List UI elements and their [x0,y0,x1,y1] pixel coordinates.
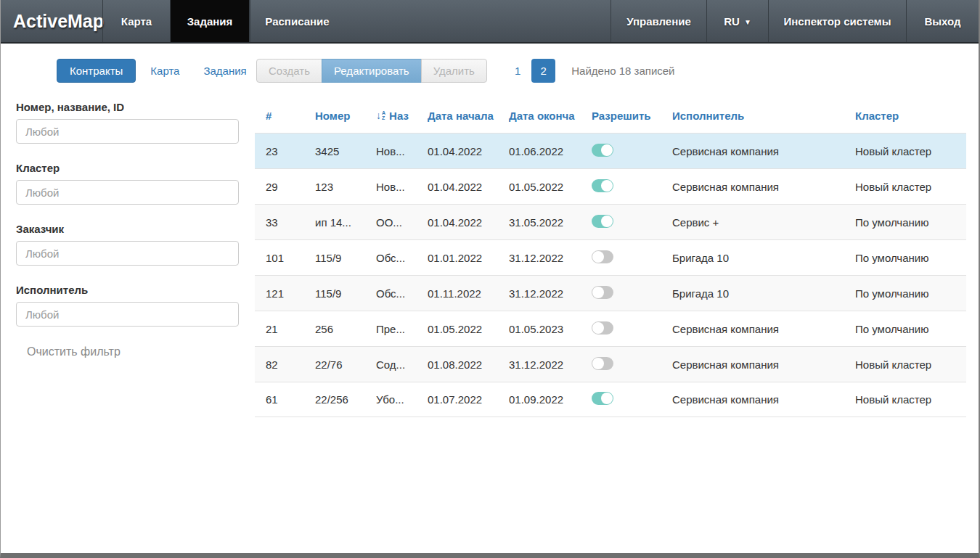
cell-name: ОО... [365,216,417,229]
filter-input-executor[interactable] [16,302,239,327]
nav-item-language[interactable]: RU ▼ [706,0,768,42]
sidebar-tab-kontrakty[interactable]: Контракты [57,59,136,83]
cell-name: Обс... [365,287,417,300]
main-area: Создать Редактировать Удалить 1 2 Найден… [255,44,979,551]
cell-enabled [581,250,661,266]
header-number[interactable]: Номер [304,110,365,122]
table-row[interactable]: 21 256 Пре... 01.05.2022 01.05.2023 Серв… [255,311,966,346]
toggle-knob [601,180,613,192]
filter-input-cluster[interactable] [16,180,239,205]
cell-name: Обс... [365,252,417,264]
create-button[interactable]: Создать [256,59,322,83]
sidebar-tabs: Контракты Карта Задания [57,59,255,83]
enabled-toggle[interactable] [592,286,613,299]
toggle-knob [592,287,604,298]
cell-date-end: 01.05.2023 [498,323,581,335]
toggle-knob [592,358,604,369]
table-row[interactable]: 33 ип 14... ОО... 01.04.2022 31.05.2022 … [255,204,966,239]
filter-label-cluster: Кластер [16,162,239,174]
cell-enabled [581,179,661,194]
filter-label-executor: Исполнитель [16,284,239,296]
cell-date-start: 01.04.2022 [417,216,498,229]
page-content: Контракты Карта Задания Номер, название,… [1,44,979,551]
actions-toolbar: Создать Редактировать Удалить 1 2 Найден… [256,59,979,83]
clear-filter-link[interactable]: Очистить фильтр [27,345,255,358]
cell-number: 22/256 [304,393,365,406]
cell-cluster: Новый кластер [844,145,966,157]
filter-group-customer: Заказчик [16,223,239,266]
sidebar-tab-karta[interactable]: Карта [150,65,179,77]
cell-executor: Сервисная компания [661,358,844,371]
table-row[interactable]: 23 3425 Нов... 01.04.2022 01.06.2022 Сер… [255,133,966,168]
cell-cluster: Новый кластер [844,358,966,371]
nav-tab-zadaniya[interactable]: Задания [170,0,250,42]
table-row[interactable]: 61 22/256 Убо... 01.07.2022 01.09.2022 С… [255,382,966,417]
cell-number: 256 [304,323,365,335]
edit-button[interactable]: Редактировать [322,59,422,83]
nav-item-vyhod[interactable]: Выход [906,0,979,42]
app-logo: ActiveMap [1,0,102,42]
enabled-toggle[interactable] [592,321,613,335]
cell-name: Убо... [365,393,417,406]
enabled-toggle[interactable] [592,144,613,157]
enabled-toggle[interactable] [592,250,613,263]
chevron-down-icon: ▼ [744,18,751,26]
pagination-page-2[interactable]: 2 [531,59,555,83]
cell-number: ип 14... [304,216,365,229]
header-enabled[interactable]: Разрешить [581,110,661,122]
toggle-knob [601,393,613,404]
cell-name: Сод... [365,358,417,371]
header-name[interactable]: ↓AZ Наз [365,110,417,122]
nav-item-inspektor[interactable]: Инспектор системы [768,0,906,42]
nav-item-upravlenie[interactable]: Управление [611,0,706,42]
cell-date-end: 31.12.2022 [498,358,581,371]
table-body: 23 3425 Нов... 01.04.2022 01.06.2022 Сер… [255,133,966,417]
cell-date-start: 01.04.2022 [417,145,498,157]
enabled-toggle[interactable] [592,357,613,370]
cell-id: 29 [255,181,304,193]
cell-id: 23 [255,145,304,157]
sidebar-tab-zadaniya[interactable]: Задания [203,65,246,77]
filter-input-customer[interactable] [16,241,239,266]
enabled-toggle[interactable] [592,215,613,228]
cell-executor: Бригада 10 [661,252,844,264]
cell-enabled [581,321,661,337]
table-row[interactable]: 82 22/76 Сод... 01.08.2022 31.12.2022 Се… [255,346,966,382]
cell-cluster: По умолчанию [844,323,966,335]
results-count: Найдено 18 записей [571,65,674,77]
filter-label-customer: Заказчик [16,223,239,235]
nav-tab-raspisanie[interactable]: Расписание [250,0,344,42]
cell-date-start: 01.11.2022 [417,287,498,300]
cell-number: 123 [304,181,365,193]
cell-executor: Сервисная компания [661,393,844,406]
cell-date-start: 01.01.2022 [417,252,498,264]
header-date-start[interactable]: Дата начала [417,110,498,122]
cell-enabled [581,357,661,372]
cell-number: 3425 [304,145,365,157]
table-row[interactable]: 29 123 Нов... 01.04.2022 01.05.2022 Серв… [255,168,966,204]
header-date-end[interactable]: Дата оконча [498,110,581,122]
toggle-knob [601,144,613,156]
pagination-page-1[interactable]: 1 [515,65,520,77]
header-cluster[interactable]: Кластер [844,110,966,122]
header-executor[interactable]: Исполнитель [661,110,844,122]
cell-name: Нов... [365,145,417,157]
cell-executor: Сервис + [661,216,844,229]
toggle-knob [592,322,604,334]
filter-input-number[interactable] [16,119,239,144]
app-window: ActiveMap Карта Задания Расписание Управ… [0,0,980,558]
cell-date-start: 01.08.2022 [417,358,498,371]
enabled-toggle[interactable] [592,392,613,405]
cell-name: Нов... [365,181,417,193]
cell-enabled [581,144,661,159]
filter-group-cluster: Кластер [16,162,239,205]
table-row[interactable]: 121 115/9 Обс... 01.11.2022 31.12.2022 Б… [255,275,966,311]
table-row[interactable]: 101 115/9 Обс... 01.01.2022 31.12.2022 Б… [255,239,966,275]
header-id[interactable]: # [255,110,304,122]
enabled-toggle[interactable] [592,179,613,192]
crud-button-group: Создать Редактировать Удалить [256,59,487,83]
cell-id: 21 [255,323,304,335]
delete-button[interactable]: Удалить [421,59,487,83]
cell-cluster: По умолчанию [844,252,966,264]
nav-tab-karta[interactable]: Карта [102,0,170,42]
